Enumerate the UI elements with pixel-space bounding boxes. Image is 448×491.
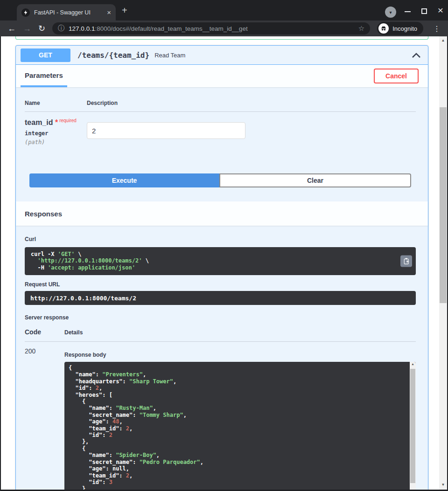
request-url-value: http://127.0.0.1:8000/teams/2 [30, 295, 136, 302]
parameter-value-cell [87, 118, 416, 145]
browser-toolbar: ← → ↻ ⓘ 127.0.0.1:8000/docs#/default/rea… [0, 21, 448, 36]
address-bar[interactable]: ⓘ 127.0.0.1:8000/docs#/default/read_team… [52, 22, 370, 35]
site-info-icon[interactable]: ⓘ [58, 24, 64, 33]
method-badge: GET [21, 48, 70, 62]
curl-block: curl -X 'GET' \ 'http://127.0.0.1:8000/t… [25, 247, 416, 275]
tab-title: FastAPI - Swagger UI [34, 9, 104, 16]
incognito-icon [378, 23, 389, 34]
cancel-button[interactable]: Cancel [374, 69, 419, 83]
scrollbar-up-icon[interactable]: ▲ [410, 362, 416, 366]
parameter-row: team_id *required integer (path) [25, 112, 416, 145]
curl-label: Curl [25, 236, 416, 242]
code-column-label: Code [25, 328, 64, 336]
url-text: 127.0.0.1:8000/docs#/default/read_team_t… [69, 25, 354, 32]
response-row: 200 Response body { "name": "Preventers"… [25, 342, 416, 490]
incognito-badge: Incognito [377, 22, 423, 35]
parameter-type: integer [25, 130, 87, 137]
page-scrollbar-thumb[interactable] [440, 107, 447, 303]
browser-tab[interactable]: FastAPI - Swagger UI × [17, 4, 116, 21]
maximize-button[interactable] [421, 8, 427, 14]
parameters-table-header: Name Description [25, 100, 416, 112]
responses-title: Responses [25, 210, 62, 218]
swagger-page: GET /teams/{team_id} Read Team Parameter… [1, 36, 447, 490]
response-body-json: { "name": "Preventers", "headquarters": … [69, 365, 404, 490]
request-url-block: http://127.0.0.1:8000/teams/2 [25, 291, 416, 305]
tab-strip: FastAPI - Swagger UI × + ▾ × [0, 0, 448, 21]
minimize-button[interactable] [405, 11, 411, 12]
clear-button[interactable]: Clear [219, 173, 411, 187]
bookmark-star-icon[interactable]: ☆ [358, 24, 364, 33]
window-close-button[interactable]: × [438, 5, 443, 16]
parameters-table: Name Description team_id *required integ… [16, 87, 428, 145]
responses-body: Curl curl -X 'GET' \ 'http://127.0.0.1:8… [16, 226, 428, 490]
parameter-meta: team_id *required integer (path) [25, 118, 87, 145]
parameter-location: (path) [25, 139, 87, 145]
request-url-label: Request URL [25, 281, 416, 288]
collapse-chevron-icon[interactable] [412, 52, 421, 58]
back-icon[interactable]: ← [7, 24, 16, 33]
details-column-label: Details [64, 329, 416, 336]
tab-parameters[interactable]: Parameters [21, 65, 67, 87]
browser-menu-icon[interactable]: ⋮ [430, 24, 443, 33]
server-response-label: Server response [25, 314, 416, 321]
column-description-label: Description [87, 100, 416, 106]
curl-command: curl -X 'GET' \ 'http://127.0.0.1:8000/t… [31, 251, 396, 271]
required-star: * [55, 118, 58, 126]
tab-close-icon[interactable]: × [107, 8, 111, 16]
previous-endpoint-bottom-edge [15, 36, 428, 40]
team-id-input[interactable] [87, 122, 245, 139]
url-path: :8000/docs#/default/read_team_teams__tea… [95, 25, 247, 32]
response-body-block[interactable]: { "name": "Preventers", "headquarters": … [64, 362, 416, 490]
page-scrollbar[interactable]: ▲ ▼ [439, 36, 447, 490]
parameters-header: Parameters Cancel [16, 65, 428, 87]
response-body-scrollbar[interactable]: ▲ [410, 362, 416, 490]
required-label: required [59, 118, 77, 123]
status-code: 200 [25, 347, 64, 490]
endpoint-path: /teams/{team_id} [77, 51, 149, 60]
new-tab-button[interactable]: + [122, 5, 127, 16]
endpoint-summary[interactable]: GET /teams/{team_id} Read Team [16, 46, 428, 65]
response-body-label: Response body [64, 352, 416, 358]
execute-button[interactable]: Execute [29, 173, 219, 187]
opblock-get-teams: GET /teams/{team_id} Read Team Parameter… [15, 45, 428, 490]
endpoint-description: Read Team [154, 52, 412, 59]
url-host: 127.0.0.1 [69, 25, 95, 32]
forward-icon[interactable]: → [23, 24, 31, 33]
parameter-name: team_id *required [25, 118, 87, 127]
copy-to-clipboard-icon[interactable] [400, 256, 412, 267]
page-scroll-up-icon[interactable]: ▲ [439, 38, 447, 42]
tab-search-icon[interactable]: ▾ [385, 7, 396, 18]
fastapi-favicon-icon [21, 8, 30, 17]
responses-section-header: Responses [16, 201, 428, 226]
page-scroll-down-icon[interactable]: ▼ [439, 483, 447, 487]
execute-button-group: Execute Clear [29, 173, 411, 187]
browser-window: FastAPI - Swagger UI × + ▾ × ← → ↻ ⓘ 127… [0, 0, 448, 491]
column-name-label: Name [25, 100, 87, 106]
incognito-label: Incognito [392, 25, 417, 32]
response-details: Response body { "name": "Preventers", "h… [64, 347, 416, 490]
response-scrollbar-thumb[interactable] [410, 369, 415, 483]
response-table-header: Code Details [25, 328, 416, 342]
reload-icon[interactable]: ↻ [38, 24, 45, 33]
